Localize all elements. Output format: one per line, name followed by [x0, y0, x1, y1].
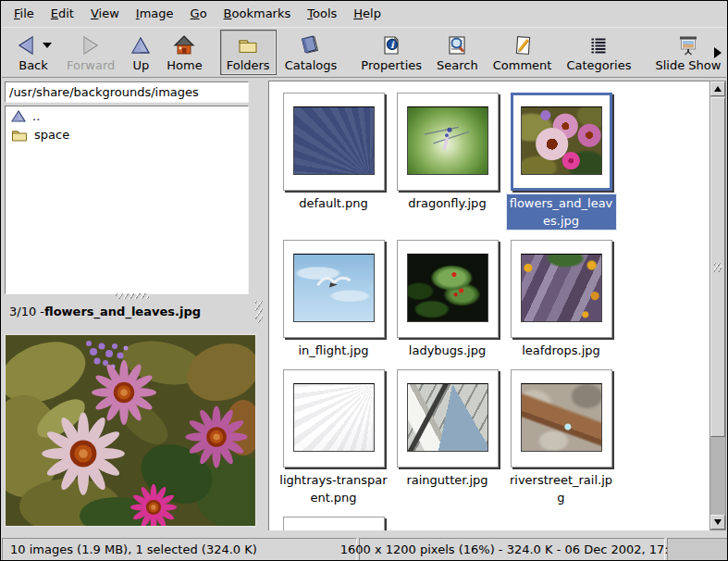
thumbnail-leafdrops[interactable]: leafdrops.jpg [504, 240, 618, 359]
folders-icon [236, 34, 260, 56]
thumbnail-partial[interactable] [277, 517, 390, 530]
thumbnail-image [521, 383, 602, 452]
thumbnail-image [407, 383, 488, 452]
statusbar-right-segment [667, 538, 728, 561]
thumbnail-label: raingutter.jpg [406, 471, 487, 489]
thumbnail-panel: default.png dragonfly.jpg [268, 81, 709, 530]
thumbnail-dragonfly[interactable]: dragonfly.jpg [390, 93, 504, 230]
back-button[interactable]: Back [8, 30, 58, 75]
thumbnail-label: lightrays-transparent.png [279, 471, 389, 506]
thumbnail-in-flight[interactable]: in_flight.jpg [277, 240, 390, 359]
thumbnail-image [407, 106, 488, 175]
slideshow-icon [676, 34, 700, 56]
folder-item-space[interactable]: space [6, 125, 248, 143]
preview-image [6, 335, 255, 526]
thumbnail-label: flowers_and_leaves.jpg [507, 194, 616, 230]
app-window: File Edit View Image Go Bookmarks Tools … [0, 0, 728, 561]
scroll-down-button[interactable] [710, 515, 725, 530]
vertical-pane-handle[interactable] [255, 301, 263, 323]
menu-tools[interactable]: Tools [299, 1, 345, 27]
thumbnail-label: dragonfly.jpg [408, 194, 486, 212]
up-icon [130, 34, 152, 56]
menu-bookmarks[interactable]: Bookmarks [216, 1, 300, 27]
toolbar-overflow-arrow-icon[interactable] [714, 47, 722, 58]
menu-help[interactable]: Help [345, 1, 389, 27]
down-arrow-icon [714, 519, 722, 525]
browser-selection-status: 3/10 - flowers_and_leaves.jpg [2, 299, 264, 323]
thumbnail-image [293, 106, 375, 175]
thumbnail-grid: default.png dragonfly.jpg [269, 81, 709, 530]
thumbnail-label: leafdrops.jpg [522, 342, 600, 359]
thumbnail-label: ladybugs.jpg [409, 342, 486, 359]
toolbar: Back Forward Up [2, 28, 726, 78]
forward-button: Forward [60, 30, 121, 75]
thumbnail-flowers-and-leaves[interactable]: flowers_and_leaves.jpg [504, 93, 618, 230]
thumbnail-label: in_flight.jpg [299, 342, 369, 359]
categories-icon [587, 34, 610, 56]
scroll-up-button[interactable] [710, 81, 725, 96]
gull-shape [294, 255, 374, 321]
properties-icon: i [380, 34, 402, 56]
sidebar: .. space 3/10 - flowers_and_leaves.jpg [2, 78, 264, 538]
categories-button[interactable]: Categories [560, 30, 637, 75]
menu-image[interactable]: Image [128, 1, 182, 27]
search-button[interactable]: Search [430, 30, 485, 75]
search-icon [446, 34, 468, 56]
preview-pane [5, 334, 256, 527]
menubar: File Edit View Image Go Bookmarks Tools … [2, 1, 726, 28]
folder-list: .. space [5, 106, 249, 294]
thumbnail-label: default.png [299, 194, 368, 212]
menu-view[interactable]: View [82, 1, 128, 27]
statusbar-file-count: 10 images (1.9 MB), 1 selected (324.0 K) [2, 538, 357, 561]
comment-icon [512, 34, 534, 56]
menu-edit[interactable]: Edit [43, 1, 82, 27]
thumbnail-lightrays[interactable]: lightrays-transparent.png [277, 369, 390, 506]
statusbar: 10 images (1.9 MB), 1 selected (324.0 K)… [2, 538, 728, 561]
thumbnail-image [521, 106, 602, 175]
dragonfly-shape [408, 107, 487, 174]
folders-button[interactable]: Folders [220, 30, 277, 75]
statusbar-image-info: 1600 x 1200 pixels (16%) - 324.0 K - 06 … [359, 538, 665, 561]
thumbnail-ladybugs[interactable]: ladybugs.jpg [390, 240, 504, 359]
up-arrow-icon [714, 86, 722, 92]
catalogs-button[interactable]: Catalogs [278, 30, 344, 75]
thumbnail-default[interactable]: default.png [277, 93, 390, 230]
up-button[interactable]: Up [123, 30, 158, 75]
home-icon [173, 34, 195, 56]
thumbnail-image [293, 383, 375, 452]
back-icon [15, 34, 37, 56]
thumbnail-image [293, 254, 375, 322]
catalogs-icon [299, 34, 323, 56]
back-dropdown-arrow-icon[interactable] [43, 43, 52, 48]
folder-icon [11, 129, 28, 142]
thumbnail-label: riverstreet_rail.jpg [507, 471, 616, 506]
scrollbar-thumb[interactable] [710, 97, 725, 437]
folder-item-parent[interactable]: .. [6, 106, 248, 125]
home-button[interactable]: Home [160, 30, 208, 75]
thumbnail-image [521, 254, 602, 322]
location-input[interactable] [5, 81, 249, 103]
menu-file[interactable]: File [6, 1, 43, 27]
thumbnail-raingutter[interactable]: raingutter.jpg [390, 369, 504, 506]
comment-button[interactable]: Comment [487, 30, 559, 75]
thumbnail-image [407, 254, 488, 322]
thumbnail-riverstreet-rail[interactable]: riverstreet_rail.jpg [504, 369, 618, 506]
vertical-scrollbar[interactable] [709, 81, 726, 530]
forward-icon [80, 34, 102, 56]
up-dir-icon [11, 110, 26, 123]
menu-go[interactable]: Go [182, 1, 216, 27]
properties-button[interactable]: i Properties [354, 30, 428, 75]
